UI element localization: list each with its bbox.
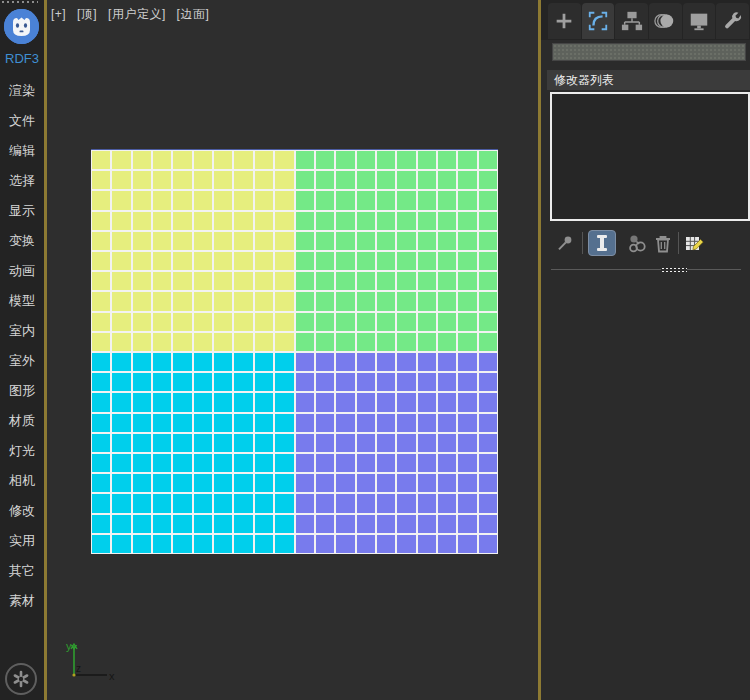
axis-y-label: y	[66, 640, 72, 652]
grid-cell	[418, 232, 436, 250]
object-name-input[interactable]	[552, 43, 746, 61]
grid-cell	[296, 232, 314, 250]
modifier-list-dropdown[interactable]: 修改器列表	[547, 70, 750, 90]
tab-motion[interactable]	[649, 3, 682, 39]
viewport-shading-label[interactable]: [用户定义]	[108, 7, 166, 21]
grid-cell	[336, 535, 354, 553]
viewport-view-label[interactable]: [顶]	[77, 7, 97, 21]
sidebar-item[interactable]: 室内	[0, 316, 44, 346]
grid-cell	[133, 212, 151, 230]
grid-cell	[438, 252, 456, 270]
divider	[582, 232, 583, 254]
plane-object-grid[interactable]	[91, 149, 498, 554]
grid-cell	[173, 414, 191, 432]
grid-cell	[275, 373, 293, 391]
grid-cell	[316, 151, 334, 169]
robot-mascot-icon[interactable]	[4, 9, 39, 44]
grid-cell	[133, 515, 151, 533]
viewport-facets-label[interactable]: [边面]	[177, 7, 210, 21]
tab-modify[interactable]	[582, 3, 615, 39]
grid-cell	[234, 494, 252, 512]
rollout-splitter-handle[interactable]	[551, 266, 741, 274]
grid-cell	[214, 333, 232, 351]
grid-cell	[275, 313, 293, 331]
grid-cell	[112, 252, 130, 270]
sidebar-item[interactable]: 模型	[0, 286, 44, 316]
grid-cell	[377, 353, 395, 371]
sidebar-item[interactable]: 室外	[0, 346, 44, 376]
grid-cell	[316, 474, 334, 492]
grid-cell	[92, 151, 110, 169]
sidebar-item[interactable]: 实用	[0, 526, 44, 556]
grid-cell	[418, 191, 436, 209]
tab-display[interactable]	[683, 3, 716, 39]
grid-cell	[173, 474, 191, 492]
sidebar-item[interactable]: 修改	[0, 496, 44, 526]
grid-cell	[234, 191, 252, 209]
grid-cell	[214, 373, 232, 391]
grid-cell	[357, 515, 375, 533]
viewport[interactable]: [+] [顶] [用户定义] [边面] y x z	[47, 0, 538, 700]
grid-cell	[112, 333, 130, 351]
grid-cell	[316, 414, 334, 432]
sidebar-brand[interactable]: RDF3	[0, 51, 44, 66]
sidebar-item[interactable]: 材质	[0, 406, 44, 436]
make-unique-button[interactable]	[626, 230, 648, 256]
grid-cell	[377, 191, 395, 209]
grid-cell	[275, 232, 293, 250]
sidebar-item[interactable]: 显示	[0, 196, 44, 226]
sidebar-item[interactable]: 编辑	[0, 136, 44, 166]
grid-cell	[479, 272, 497, 290]
modifier-stack-list[interactable]	[550, 92, 750, 221]
grid-cell	[316, 434, 334, 452]
sidebar-item[interactable]: 相机	[0, 466, 44, 496]
configure-modifier-sets-button[interactable]	[683, 230, 705, 256]
tab-hierarchy[interactable]	[615, 3, 648, 39]
grid-cell	[153, 454, 171, 472]
tab-utilities[interactable]	[716, 3, 749, 39]
show-end-result-button[interactable]	[588, 230, 616, 256]
sidebar-item[interactable]: 文件	[0, 106, 44, 136]
viewport-menu-label[interactable]: [+]	[51, 7, 66, 21]
grid-cell	[377, 393, 395, 411]
viewport-label: [+] [顶] [用户定义] [边面]	[51, 6, 216, 23]
tab-create[interactable]	[548, 3, 581, 39]
grid-cell	[194, 313, 212, 331]
grid-cell	[479, 474, 497, 492]
drag-grip-icon	[661, 267, 687, 273]
grid-cell	[357, 191, 375, 209]
settings-button[interactable]	[5, 663, 37, 695]
grid-cell	[275, 515, 293, 533]
grid-cell	[357, 494, 375, 512]
grid-cell	[214, 393, 232, 411]
grid-cell	[173, 333, 191, 351]
grid-cell	[112, 313, 130, 331]
sidebar-item[interactable]: 渲染	[0, 76, 44, 106]
sidebar-item[interactable]: 其它	[0, 556, 44, 586]
grid-cell	[479, 252, 497, 270]
sidebar-item[interactable]: 灯光	[0, 436, 44, 466]
sidebar-item[interactable]: 素材	[0, 586, 44, 616]
remove-modifier-button[interactable]	[652, 230, 674, 256]
sidebar-item[interactable]: 变换	[0, 226, 44, 256]
sidebar-item[interactable]: 图形	[0, 376, 44, 406]
grid-cell	[296, 494, 314, 512]
grid-cell	[234, 373, 252, 391]
grid-cell	[316, 454, 334, 472]
grid-cell	[92, 272, 110, 290]
grid-cell	[173, 232, 191, 250]
grid-cell	[214, 474, 232, 492]
grid-cell	[479, 333, 497, 351]
grid-cell	[133, 474, 151, 492]
pin-stack-button[interactable]	[554, 230, 576, 256]
grid-cell	[234, 535, 252, 553]
grid-cell	[194, 292, 212, 310]
grid-cell	[397, 434, 415, 452]
sidebar-item[interactable]: 选择	[0, 166, 44, 196]
pin-icon	[556, 234, 574, 252]
grid-cell	[194, 232, 212, 250]
grid-cell	[357, 313, 375, 331]
grid-cell	[133, 373, 151, 391]
sidebar-item[interactable]: 动画	[0, 256, 44, 286]
grid-cell	[336, 212, 354, 230]
